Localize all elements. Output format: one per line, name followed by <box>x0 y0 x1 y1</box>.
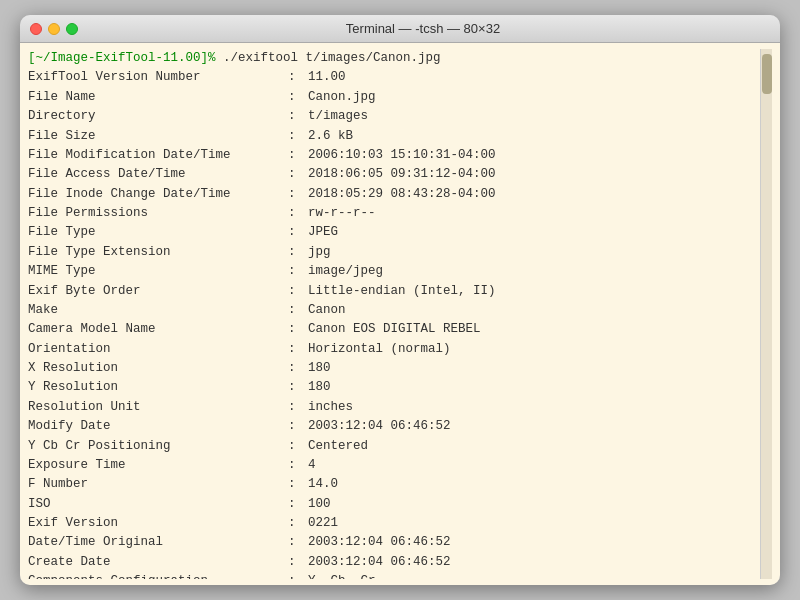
window-title: Terminal — -tcsh — 80×32 <box>88 21 758 36</box>
terminal-content: [~/Image-ExifTool-11.00]% ./exiftool t/i… <box>28 49 760 579</box>
row-colon: : <box>288 301 308 320</box>
table-row: ExifTool Version Number : 11.00 <box>28 68 760 87</box>
table-row: Directory : t/images <box>28 107 760 126</box>
row-label: Date/Time Original <box>28 533 288 552</box>
row-value: JPEG <box>308 223 338 242</box>
table-row: Exif Version : 0221 <box>28 514 760 533</box>
data-rows: ExifTool Version Number : 11.00File Name… <box>28 68 760 579</box>
row-colon: : <box>288 359 308 378</box>
table-row: File Type Extension : jpg <box>28 243 760 262</box>
table-row: Make : Canon <box>28 301 760 320</box>
row-colon: : <box>288 340 308 359</box>
table-row: Create Date : 2003:12:04 06:46:52 <box>28 553 760 572</box>
row-value: 11.00 <box>308 68 346 87</box>
row-label: File Access Date/Time <box>28 165 288 184</box>
row-label: File Inode Change Date/Time <box>28 185 288 204</box>
row-colon: : <box>288 262 308 281</box>
terminal-body[interactable]: [~/Image-ExifTool-11.00]% ./exiftool t/i… <box>20 43 780 585</box>
row-label: Exif Byte Order <box>28 282 288 301</box>
row-label: Components Configuration <box>28 572 288 579</box>
scrollbar-thumb[interactable] <box>762 54 772 94</box>
row-colon: : <box>288 320 308 339</box>
row-value: t/images <box>308 107 368 126</box>
table-row: Exif Byte Order : Little-endian (Intel, … <box>28 282 760 301</box>
row-label: ISO <box>28 495 288 514</box>
row-label: Modify Date <box>28 417 288 436</box>
row-colon: : <box>288 495 308 514</box>
table-row: File Permissions : rw-r--r-- <box>28 204 760 223</box>
traffic-lights <box>30 23 78 35</box>
command-text: ./exiftool t/images/Canon.jpg <box>216 49 441 68</box>
row-label: Y Resolution <box>28 378 288 397</box>
row-value: 0221 <box>308 514 338 533</box>
table-row: MIME Type : image/jpeg <box>28 262 760 281</box>
row-value: jpg <box>308 243 331 262</box>
row-label: File Modification Date/Time <box>28 146 288 165</box>
row-colon: : <box>288 475 308 494</box>
row-value: 2018:06:05 09:31:12-04:00 <box>308 165 496 184</box>
row-value: Canon.jpg <box>308 88 376 107</box>
table-row: Camera Model Name : Canon EOS DIGITAL RE… <box>28 320 760 339</box>
row-colon: : <box>288 437 308 456</box>
row-label: MIME Type <box>28 262 288 281</box>
table-row: File Modification Date/Time : 2006:10:03… <box>28 146 760 165</box>
table-row: X Resolution : 180 <box>28 359 760 378</box>
row-colon: : <box>288 88 308 107</box>
row-value: 2018:05:29 08:43:28-04:00 <box>308 185 496 204</box>
row-value: 4 <box>308 456 316 475</box>
row-colon: : <box>288 378 308 397</box>
table-row: Modify Date : 2003:12:04 06:46:52 <box>28 417 760 436</box>
row-label: Camera Model Name <box>28 320 288 339</box>
table-row: Y Cb Cr Positioning : Centered <box>28 437 760 456</box>
close-button[interactable] <box>30 23 42 35</box>
table-row: Resolution Unit : inches <box>28 398 760 417</box>
row-colon: : <box>288 417 308 436</box>
row-value: Y, Cb, Cr, - <box>308 572 398 579</box>
table-row: File Inode Change Date/Time : 2018:05:29… <box>28 185 760 204</box>
row-value: image/jpeg <box>308 262 383 281</box>
row-colon: : <box>288 107 308 126</box>
row-label: File Name <box>28 88 288 107</box>
row-value: Little-endian (Intel, II) <box>308 282 496 301</box>
row-colon: : <box>288 243 308 262</box>
row-colon: : <box>288 572 308 579</box>
scrollbar[interactable] <box>760 49 772 579</box>
row-label: Make <box>28 301 288 320</box>
table-row: File Size : 2.6 kB <box>28 127 760 146</box>
row-label: F Number <box>28 475 288 494</box>
row-label: ExifTool Version Number <box>28 68 288 87</box>
table-row: Date/Time Original : 2003:12:04 06:46:52 <box>28 533 760 552</box>
row-value: Centered <box>308 437 368 456</box>
row-label: File Permissions <box>28 204 288 223</box>
row-colon: : <box>288 185 308 204</box>
row-colon: : <box>288 127 308 146</box>
row-label: Resolution Unit <box>28 398 288 417</box>
row-value: 2003:12:04 06:46:52 <box>308 533 451 552</box>
row-colon: : <box>288 456 308 475</box>
row-label: X Resolution <box>28 359 288 378</box>
row-label: Directory <box>28 107 288 126</box>
terminal-window: Terminal — -tcsh — 80×32 [~/Image-ExifTo… <box>20 15 780 585</box>
prompt: [~/Image-ExifTool-11.00]% <box>28 49 216 68</box>
maximize-button[interactable] <box>66 23 78 35</box>
row-value: Canon EOS DIGITAL REBEL <box>308 320 481 339</box>
row-label: File Type Extension <box>28 243 288 262</box>
row-value: inches <box>308 398 353 417</box>
row-colon: : <box>288 398 308 417</box>
minimize-button[interactable] <box>48 23 60 35</box>
row-colon: : <box>288 146 308 165</box>
row-colon: : <box>288 533 308 552</box>
row-label: Orientation <box>28 340 288 359</box>
row-label: File Size <box>28 127 288 146</box>
row-value: 180 <box>308 359 331 378</box>
table-row: File Access Date/Time : 2018:06:05 09:31… <box>28 165 760 184</box>
row-value: Horizontal (normal) <box>308 340 451 359</box>
row-value: 100 <box>308 495 331 514</box>
row-colon: : <box>288 223 308 242</box>
table-row: F Number : 14.0 <box>28 475 760 494</box>
row-colon: : <box>288 553 308 572</box>
titlebar: Terminal — -tcsh — 80×32 <box>20 15 780 43</box>
row-label: Exif Version <box>28 514 288 533</box>
command-line: [~/Image-ExifTool-11.00]% ./exiftool t/i… <box>28 49 760 68</box>
row-colon: : <box>288 68 308 87</box>
